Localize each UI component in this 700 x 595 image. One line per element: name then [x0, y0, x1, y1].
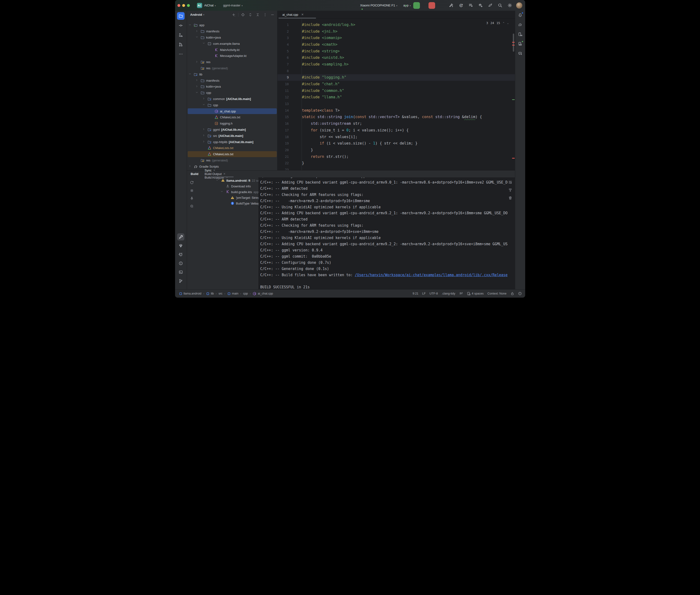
tree-row[interactable]: com.example.llama: [187, 40, 278, 47]
tree-row[interactable]: MainActivity.kt: [187, 47, 278, 53]
status-line-ending[interactable]: LF: [422, 292, 426, 295]
close-window-button[interactable]: [177, 4, 180, 7]
status-context[interactable]: Context: None: [487, 292, 507, 295]
minimize-window-button[interactable]: [182, 4, 185, 7]
tool-stripe-running-devices[interactable]: [516, 40, 524, 47]
run-configuration-selector[interactable]: app▾: [402, 4, 411, 7]
code-line[interactable]: 3#include <iomanip>: [278, 34, 515, 41]
code-line[interactable]: 21 return str.str();: [278, 153, 515, 160]
tool-stripe-device-manager[interactable]: [516, 31, 524, 38]
tree-row[interactable]: Cai_chat.cpp: [187, 108, 278, 114]
breadcrumb-item[interactable]: src: [218, 292, 222, 295]
close-tab-icon[interactable]: ✕: [213, 169, 215, 172]
close-tab-icon[interactable]: ✕: [301, 13, 304, 16]
build-tab-sync[interactable]: Sync✕: [204, 169, 228, 172]
error-stripe-mark[interactable]: [512, 42, 515, 42]
code-line[interactable]: 14template<class T>: [278, 107, 515, 114]
project-view-selector[interactable]: Android▾: [190, 13, 204, 17]
tool-stripe-more[interactable]: [177, 50, 185, 58]
build-tree-row[interactable]: build.gradle.ktsapp 1 warning: [197, 189, 258, 195]
error-stripe-mark[interactable]: [512, 45, 515, 46]
tool-stripe-commit[interactable]: [177, 22, 185, 29]
status-formatter[interactable]: [459, 292, 463, 295]
tool-stripe-project[interactable]: [177, 12, 185, 20]
tool-stripe-problems[interactable]: [177, 260, 184, 267]
code-line[interactable]: 9#include "logging.h": [278, 74, 515, 81]
tool-stripe-terminal[interactable]: [177, 268, 184, 276]
tree-row[interactable]: common[AiChat.lib.main]: [187, 96, 278, 102]
tree-row[interactable]: lib: [187, 71, 278, 77]
clear-all-button[interactable]: [508, 195, 513, 201]
code-line[interactable]: 13: [278, 101, 515, 107]
tree-row[interactable]: CMakeLists.txt: [187, 151, 278, 158]
code-line[interactable]: 22}: [278, 160, 515, 166]
stop-button[interactable]: [428, 2, 435, 9]
build-output-link[interactable]: /Users/hanyin/Workspace/ai-chat/examples…: [355, 273, 508, 277]
tree-row[interactable]: kotlin+java: [187, 84, 278, 90]
avatar[interactable]: [516, 2, 522, 8]
zoom-window-button[interactable]: [187, 4, 190, 7]
tree-row[interactable]: res(generated): [187, 158, 278, 164]
scroll-to-end-button[interactable]: [508, 187, 513, 193]
tree-row[interactable]: cpp: [187, 90, 278, 96]
soft-wrap-button[interactable]: [508, 179, 513, 185]
close-tab-icon[interactable]: ✕: [223, 172, 226, 175]
code-line[interactable]: 2#include <jni.h>: [278, 28, 515, 35]
sync-button[interactable]: [189, 180, 195, 186]
prev-problem-icon[interactable]: ⌃: [503, 22, 504, 24]
attach-debugger-button[interactable]: [477, 2, 484, 9]
tool-stripe-notifications[interactable]: [516, 12, 524, 19]
hide-button[interactable]: [270, 12, 275, 18]
tree-row[interactable]: manifests: [187, 28, 278, 34]
tool-stripe-gemini[interactable]: [516, 50, 524, 57]
build-tab-build-output[interactable]: Build Output✕: [204, 172, 228, 176]
tool-stripe-build-tool[interactable]: [177, 233, 184, 240]
add-button[interactable]: [231, 12, 236, 18]
code-line[interactable]: 11#include "common.h": [278, 87, 515, 94]
code-line[interactable]: 20 }: [278, 147, 515, 153]
tab-ai-chat-cpp[interactable]: ai_chat.cpp ✕: [278, 11, 306, 18]
breadcrumb-item[interactable]: llama.android: [179, 292, 201, 295]
breadcrumb-item[interactable]: cpp: [243, 292, 248, 295]
options-button[interactable]: [262, 12, 268, 18]
breadcrumb-item[interactable]: main: [227, 292, 239, 295]
status-clang-tidy[interactable]: .clang-tidy: [442, 292, 455, 295]
tree-row[interactable]: Hlogging.h: [187, 120, 278, 127]
code-line[interactable]: 1#include <android/log.h>: [278, 22, 515, 28]
locate-button[interactable]: [240, 12, 246, 18]
build-tree-row[interactable]: Download info: [197, 183, 258, 189]
tree-row[interactable]: res(generated): [187, 65, 278, 72]
inspections-widget[interactable]: 3 24 15 ⌃ ⌄: [485, 21, 509, 25]
apply-code-changes-button[interactable]: [468, 2, 474, 9]
tree-row[interactable]: kotlin+java: [187, 34, 278, 41]
code-line[interactable]: 6#include <unistd.h>: [278, 54, 515, 61]
status-write-access[interactable]: [510, 292, 514, 295]
build-tree-row[interactable]: llama.android: fi22 sec, 583 ms: [197, 178, 258, 183]
tree-row[interactable]: ggml[AiChat.lib.main]: [187, 127, 278, 133]
pin-button[interactable]: [189, 196, 195, 201]
tool-stripe-version-control[interactable]: [177, 277, 184, 285]
tree-row[interactable]: src[AiChat.lib.main]: [187, 133, 278, 139]
build-console[interactable]: C/C++: -- Using KleidiAI optimized kerne…: [258, 177, 515, 289]
code-line[interactable]: 12#include "llama.h": [278, 94, 515, 101]
stop-disabled-button[interactable]: [189, 188, 195, 193]
status-analysis-status[interactable]: [518, 292, 522, 295]
search-button[interactable]: [497, 2, 504, 9]
code-line[interactable]: 18 str << values[i];: [278, 134, 515, 140]
code-line[interactable]: 8: [278, 67, 515, 74]
code-line[interactable]: 4#include <cmath>: [278, 41, 515, 48]
project-selector[interactable]: AiChat▾: [204, 4, 216, 7]
code-line[interactable]: 5#include <string>: [278, 48, 515, 55]
tool-stripe-structure[interactable]: [177, 31, 185, 39]
tool-stripe-logcat[interactable]: [177, 251, 184, 258]
breadcrumb-item[interactable]: lib: [206, 292, 214, 295]
collapse-all-button[interactable]: [255, 12, 260, 18]
tree-row[interactable]: cpp: [187, 102, 278, 108]
build-tree-row[interactable]: 'jvmTarget: String' is deprec: [197, 195, 258, 201]
tree-row[interactable]: manifests: [187, 77, 278, 84]
tool-stripe-gradle[interactable]: [516, 21, 524, 28]
code-line[interactable]: 23: [278, 166, 515, 170]
breadcrumb-item[interactable]: Cai_chat.cpp: [252, 292, 273, 296]
debug-button[interactable]: [421, 2, 427, 9]
status-indentation[interactable]: 4 spaces: [467, 292, 484, 295]
